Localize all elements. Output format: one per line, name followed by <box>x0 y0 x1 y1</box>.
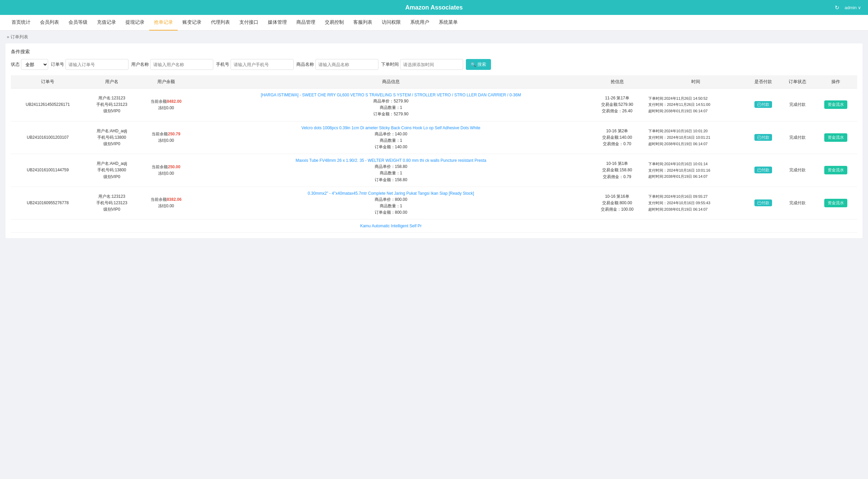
fund-flow-button[interactable]: 资金流水 <box>824 100 847 109</box>
col-action: 操作 <box>815 75 857 89</box>
phone-input[interactable] <box>231 59 294 70</box>
grab-info: 10-16 第1单 交易金额:158.80 交易佣金：0.79 <box>591 160 643 180</box>
nav-item-grab-orders[interactable]: 抢单记录 <box>149 15 178 31</box>
level-value: 级别VIP0 <box>87 174 136 180</box>
product-cell: Kamu Automatic Intelligent Self Pr <box>193 219 589 233</box>
refresh-icon[interactable]: ↻ <box>835 4 839 11</box>
table-header-row: 订单号 用户名 用户余额 商品信息 抢信息 时间 是否付款 订单状态 操作 <box>11 75 857 89</box>
username-value: 用户名:AHD_aqlj <box>87 128 136 134</box>
nav-item-recharge[interactable]: 充值记录 <box>92 15 121 31</box>
balance-value: 250.00 <box>168 165 180 169</box>
user-menu[interactable]: admin ∨ <box>845 5 861 10</box>
fund-flow-button[interactable]: 资金流水 <box>824 166 847 174</box>
status-select[interactable]: 全部 待付款 已付款 已完成 已取消 <box>21 59 48 70</box>
product-count: 商品数量：1 <box>196 137 586 144</box>
trade-amount: 交易金额:800.00 <box>591 200 643 206</box>
order-no-group: 订单号 <box>51 59 129 70</box>
balance-info: 当前余额8382.06 冻结0.00 <box>142 196 191 209</box>
search-btn-label: 搜索 <box>477 61 486 68</box>
status-cell <box>781 219 815 233</box>
paid-badge: 已付款 <box>754 167 772 173</box>
nav-item-products[interactable]: 商品管理 <box>292 15 320 31</box>
col-balance: 用户余额 <box>139 75 193 89</box>
main-nav: 首页统计 会员列表 会员等级 充值记录 提现记录 抢单记录 账变记录 代理列表 … <box>0 15 868 31</box>
nav-item-sys-users[interactable]: 系统用户 <box>406 15 434 31</box>
nav-item-customer-service[interactable]: 客服列表 <box>349 15 377 31</box>
phone-label: 手机号 <box>216 61 229 68</box>
order-time: 下单时间:2024年10月16日 10:01:20 <box>648 128 743 134</box>
col-order-no: 订单号 <box>11 75 85 89</box>
order-status: 完成付款 <box>789 168 806 172</box>
time-label: 下单时间 <box>381 61 399 68</box>
nav-item-payment[interactable]: 支付接口 <box>235 15 263 31</box>
pay-time: 支付时间：2024年11月26日 14:51:00 <box>648 101 743 108</box>
product-info: [HARGA ISTIMEWA] - SWEET CHE RRY GL600 V… <box>196 92 586 118</box>
time-cell <box>646 219 746 233</box>
product-link[interactable]: Maxxis Tube FV48mm 26 x 1.90/2. 35 - WEL… <box>196 157 586 164</box>
orders-table: 订单号 用户名 用户余额 商品信息 抢信息 时间 是否付款 订单状态 操作 UB… <box>11 75 857 233</box>
header-right: ↻ admin ∨ <box>835 4 861 11</box>
username-group: 用户名称 <box>131 59 213 70</box>
nav-item-withdraw[interactable]: 提现记录 <box>121 15 149 31</box>
order-status: 完成付款 <box>789 135 806 140</box>
nav-item-trade-control[interactable]: 交易控制 <box>320 15 349 31</box>
nav-item-member-level[interactable]: 会员等级 <box>64 15 92 31</box>
order-amount: 订单金额：800.00 <box>196 209 586 216</box>
product-link[interactable]: Kamu Automatic Intelligent Self Pr <box>196 223 586 229</box>
product-group: 商品名称 <box>296 59 378 70</box>
balance-label: 当前余额8382.06 <box>142 196 191 203</box>
nav-item-account-change[interactable]: 账变记录 <box>178 15 206 31</box>
user-info-cell: 用户名:AHD_aqlj 手机号码:13800 级别VIP0 <box>85 154 139 187</box>
fund-flow-button[interactable]: 资金流水 <box>824 199 847 207</box>
user-info-cell: 用户名:AHD_aqlj 手机号码:13800 级别VIP0 <box>85 121 139 154</box>
grab-info: 10-16 第16单 交易金额:800.00 交易佣金：100.00 <box>591 193 643 213</box>
nav-item-home[interactable]: 首页统计 <box>7 15 35 31</box>
phone-value: 手机号码:13800 <box>87 167 136 173</box>
paid-cell: 已付款 <box>746 187 780 219</box>
product-link[interactable]: 0.30mmx2" - 4"x40matax45.7mtr Complete N… <box>196 190 586 196</box>
col-paid: 是否付款 <box>746 75 780 89</box>
product-cell: Velcro dots 1008pcs 0.39in 1cm Di ameter… <box>193 121 589 154</box>
app-title: Amazon Associates <box>405 4 462 11</box>
phone-value: 手机号码:13800 <box>87 134 136 141</box>
nav-item-access[interactable]: 访问权限 <box>377 15 406 31</box>
balance-info: 当前余额8482.00 冻结0.00 <box>142 98 191 111</box>
balance-cell: 当前余额250.00 冻结0.00 <box>139 154 193 187</box>
fund-flow-button[interactable]: 资金流水 <box>824 133 847 142</box>
product-count: 商品数量：1 <box>196 170 586 176</box>
product-info: Velcro dots 1008pcs 0.39in 1cm Di ameter… <box>196 125 586 151</box>
level-value: 级别VIP0 <box>87 141 136 147</box>
action-cell: 资金流水 <box>815 187 857 219</box>
time-info: 下单时间:2024年11月26日 14:50:52 支付时间：2024年11月2… <box>648 95 743 114</box>
time-cell: 下单时间:2024年10月16日 10:01:14 支付时间：2024年10月1… <box>646 154 746 187</box>
username-input[interactable] <box>150 59 213 70</box>
table-row: UB2410161001203107 用户名:AHD_aqlj 手机号码:138… <box>11 121 857 154</box>
expire-time: 超时时间:2038年01月19日 06:14:07 <box>648 206 743 213</box>
order-amount: 订单金额：140.00 <box>196 144 586 150</box>
phone-group: 手机号 <box>216 59 294 70</box>
product-info: Kamu Automatic Intelligent Self Pr <box>196 223 586 229</box>
commission: 交易佣金：0.79 <box>591 174 643 180</box>
paid-badge: 已付款 <box>754 199 772 206</box>
time-info: 下单时间:2024年10月16日 09:55:27 支付时间：2024年10月1… <box>648 193 743 212</box>
search-button[interactable]: 🔍 搜索 <box>466 59 491 70</box>
time-input[interactable] <box>400 59 463 70</box>
table-row: UB2410160955276778 用户名:123123 手机号码:12312… <box>11 187 857 219</box>
order-no-value: UB24112614505226171 <box>26 102 70 107</box>
product-price: 商品单价：800.00 <box>196 196 586 203</box>
product-link[interactable]: [HARGA ISTIMEWA] - SWEET CHE RRY GL600 V… <box>196 92 586 98</box>
search-title: 条件搜索 <box>11 49 857 55</box>
nav-item-sys-menu[interactable]: 系统菜单 <box>434 15 462 31</box>
nav-item-agents[interactable]: 代理列表 <box>206 15 235 31</box>
nav-item-media[interactable]: 媒体管理 <box>263 15 292 31</box>
action-cell <box>815 219 857 233</box>
product-input[interactable] <box>315 59 378 70</box>
balance-value: 8382.06 <box>167 197 181 202</box>
trade-amount: 交易金额:140.00 <box>591 134 643 141</box>
commission: 交易佣金：26.40 <box>591 108 643 114</box>
order-no-label: 订单号 <box>51 61 64 68</box>
order-time: 下单时间:2024年10月16日 10:01:14 <box>648 161 743 167</box>
order-no-input[interactable] <box>65 59 129 70</box>
product-link[interactable]: Velcro dots 1008pcs 0.39in 1cm Di ameter… <box>196 125 586 131</box>
nav-item-members[interactable]: 会员列表 <box>35 15 64 31</box>
